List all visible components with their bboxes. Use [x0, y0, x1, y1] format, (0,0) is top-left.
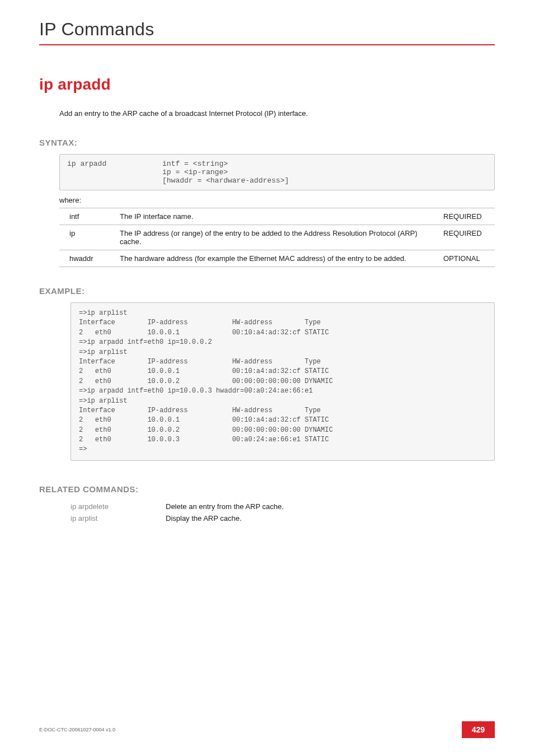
param-desc: The IP interface name. — [110, 208, 433, 225]
parameter-table: intf The IP interface name. REQUIRED ip … — [59, 208, 495, 267]
syntax-args: intf = <string> ip = <ip-range> [hwaddr … — [162, 159, 488, 185]
syntax-table: ip arpadd intf = <string> ip = <ip-range… — [67, 159, 488, 185]
example-box: =>ip arplist Interface IP-address HW-add… — [71, 302, 495, 461]
param-required: OPTIONAL — [433, 250, 495, 267]
related-commands-table: ip arpdelete Delete an entry from the AR… — [71, 501, 284, 524]
syntax-heading: SYNTAX: — [39, 138, 495, 147]
param-row: ip The IP address (or range) of the entr… — [59, 225, 495, 250]
related-heading: RELATED COMMANDS: — [39, 484, 495, 494]
chapter-rule — [39, 44, 495, 45]
syntax-box: ip arpadd intf = <string> ip = <ip-range… — [59, 154, 495, 190]
command-description: Add an entry to the ARP cache of a broad… — [59, 109, 495, 118]
related-desc: Display the ARP cache. — [166, 512, 284, 524]
related-row: ip arplist Display the ARP cache. — [71, 512, 284, 524]
param-required: REQUIRED — [433, 208, 495, 225]
document-id: E-DOC-CTC-20061027-0004 v1.0 — [39, 727, 115, 732]
example-heading: EXAMPLE: — [39, 286, 495, 296]
chapter-title: IP Commands — [39, 19, 495, 40]
page-footer: E-DOC-CTC-20061027-0004 v1.0 429 — [39, 721, 495, 738]
param-row: hwaddr The hardware address (for example… — [59, 250, 495, 267]
related-name: ip arplist — [71, 512, 166, 524]
related-row: ip arpdelete Delete an entry from the AR… — [71, 501, 284, 512]
param-required: REQUIRED — [433, 225, 495, 250]
where-label: where: — [59, 196, 495, 204]
param-name: intf — [59, 208, 110, 225]
param-row: intf The IP interface name. REQUIRED — [59, 208, 495, 225]
param-desc: The hardware address (for example the Et… — [110, 250, 433, 267]
syntax-command: ip arpadd — [67, 159, 162, 185]
page-number: 429 — [462, 721, 495, 738]
param-name: hwaddr — [59, 250, 110, 267]
related-name: ip arpdelete — [71, 501, 166, 512]
param-desc: The IP address (or range) of the entry t… — [110, 225, 433, 250]
related-desc: Delete an entry from the ARP cache. — [166, 501, 284, 512]
param-name: ip — [59, 225, 110, 250]
command-title: ip arpadd — [39, 76, 495, 94]
